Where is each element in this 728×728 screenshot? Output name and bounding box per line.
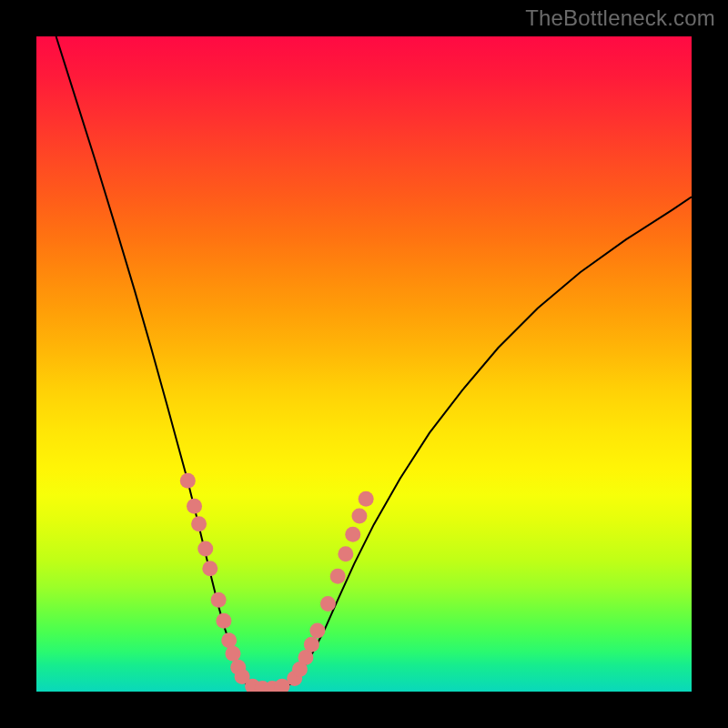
curve-marker [211,592,227,608]
curve-marker [180,473,196,489]
curve-marker [320,596,336,612]
curve-marker [216,613,231,629]
curve-marker [330,569,346,584]
bottleneck-curve [56,36,692,689]
curve-marker [351,509,367,524]
curve-marker [226,646,241,662]
curve-marker [338,546,353,561]
marker-group [180,473,374,692]
curve-marker [309,623,325,639]
curve-marker [191,516,207,531]
chart-frame: TheBottleneck.com [0,0,728,728]
watermark-text: TheBottleneck.com [525,5,715,31]
curve-marker [345,527,360,542]
plot-area [36,36,692,692]
curve-marker [304,637,319,652]
curve-marker [202,561,217,576]
curve-layer [36,36,692,692]
curve-marker [221,632,237,648]
curve-marker [197,541,213,557]
curve-marker [359,491,374,507]
curve-marker [187,499,202,514]
